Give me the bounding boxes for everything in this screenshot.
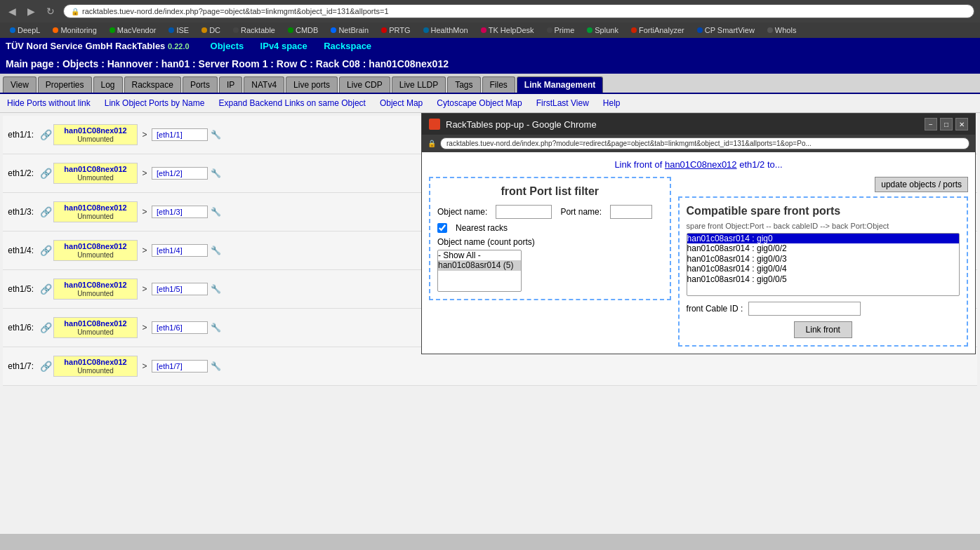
nav-rackspace[interactable]: Rackspace xyxy=(317,41,378,51)
tab-ip[interactable]: IP xyxy=(219,76,242,93)
port-bracket[interactable]: [eth1/1] xyxy=(152,128,208,141)
port-link-icon[interactable]: 🔗 xyxy=(38,283,53,295)
port-box[interactable]: han01C08nex012 Unmounted xyxy=(53,163,138,184)
port-wrench-icon[interactable]: 🔧 xyxy=(208,323,223,333)
port-link-icon[interactable]: 🔗 xyxy=(38,168,53,179)
object-count-select[interactable]: - Show All - han01c08asr014 (5) xyxy=(437,250,522,292)
port-link-icon[interactable]: 🔗 xyxy=(38,361,53,372)
url-bar[interactable]: 🔒 racktables.tuev-nord.de/index.php?page… xyxy=(63,4,974,18)
subnav-expand-backend[interactable]: Expand Backend Links on same Object xyxy=(218,98,365,108)
port-wrench-icon[interactable]: 🔧 xyxy=(208,207,223,217)
tab-ports[interactable]: Ports xyxy=(183,76,218,93)
cable-id-input[interactable] xyxy=(748,302,861,316)
bookmark-racktable[interactable]: Racktable xyxy=(229,25,279,36)
port-bracket[interactable]: [eth1/2] xyxy=(152,167,208,180)
compat-port-0: han01c08asr014 : gig0 xyxy=(687,234,959,243)
nav-ipv4[interactable]: IPv4 space xyxy=(253,41,314,51)
subnav-help[interactable]: Help xyxy=(603,98,621,108)
tab-files[interactable]: Files xyxy=(482,76,515,93)
bookmark-prtg[interactable]: PRTG xyxy=(377,25,414,36)
popup-url-text[interactable]: racktables.tuev-nord.de/index.php?module… xyxy=(440,138,969,149)
bookmark-icon xyxy=(631,27,637,33)
tab-linkmgmt[interactable]: Link Management xyxy=(517,76,603,93)
bookmark-label: Monitoring xyxy=(60,26,96,34)
update-btn[interactable]: update objects / ports xyxy=(875,177,968,192)
port-link-icon[interactable]: 🔗 xyxy=(38,206,53,217)
bookmark-tkhelpdesk[interactable]: TK HelpDesk xyxy=(477,25,538,36)
bookmark-macvendor[interactable]: MacVendor xyxy=(105,25,161,36)
bookmark-cpsmartview[interactable]: CP SmartView xyxy=(693,25,759,36)
nav-objects[interactable]: Objects xyxy=(204,41,251,51)
port-bracket[interactable]: [eth1/6] xyxy=(152,321,208,334)
compatible-ports-select[interactable]: han01c08asr014 : gig0 han01c08asr014 : g… xyxy=(687,233,960,296)
bookmark-icon xyxy=(423,27,429,33)
bookmark-netbrain[interactable]: NetBrain xyxy=(326,25,373,36)
bookmark-healthmon[interactable]: HealthMon xyxy=(419,25,472,36)
bookmark-whols[interactable]: Whols xyxy=(763,25,801,36)
port-bracket[interactable]: [eth1/4] xyxy=(152,244,208,257)
port-link-icon[interactable]: 🔗 xyxy=(38,245,53,256)
tab-rackspace[interactable]: Rackspace xyxy=(124,76,181,93)
bookmark-splunk[interactable]: Splunk xyxy=(583,25,623,36)
subnav-firstlast[interactable]: FirstLast View xyxy=(536,98,589,108)
port-wrench-icon[interactable]: 🔧 xyxy=(208,361,223,371)
tab-properties[interactable]: Properties xyxy=(38,76,92,93)
port-link-icon[interactable]: 🔗 xyxy=(38,129,53,140)
port-bracket[interactable]: [eth1/7] xyxy=(152,360,208,373)
nearest-racks-checkbox[interactable] xyxy=(437,223,447,233)
tabs-bar: View Properties Log Rackspace Ports IP N… xyxy=(0,74,980,94)
tab-tags[interactable]: Tags xyxy=(447,76,480,93)
port-box[interactable]: han01C08nex012 Unmounted xyxy=(53,124,138,145)
bookmark-icon xyxy=(547,27,552,33)
port-bracket[interactable]: [eth1/3] xyxy=(152,206,208,218)
bookmark-fortianalyzer[interactable]: FortiAnalyzer xyxy=(627,25,689,36)
popup-close-button[interactable]: ✕ xyxy=(955,118,968,130)
port-wrench-icon[interactable]: 🔧 xyxy=(208,284,223,294)
tab-natv4[interactable]: NATv4 xyxy=(244,76,284,93)
port-box[interactable]: han01C08nex012 Unmounted xyxy=(53,240,138,261)
port-id: eth1/2: xyxy=(3,168,38,178)
bookmark-ise[interactable]: ISE xyxy=(164,25,193,36)
port-box-name: han01C08nex012 xyxy=(57,281,134,289)
refresh-button[interactable]: ↻ xyxy=(44,4,58,18)
subnav-hide-ports[interactable]: Hide Ports without link xyxy=(7,98,91,108)
tab-liveports[interactable]: Live ports xyxy=(286,76,338,93)
port-box[interactable]: han01C08nex012 Unmounted xyxy=(53,279,138,300)
select-option-showall: - Show All - xyxy=(438,250,521,260)
link-front-button[interactable]: Link front xyxy=(794,321,852,338)
subnav-link-ports[interactable]: Link Object Ports by Name xyxy=(105,98,205,108)
port-link-icon[interactable]: 🔗 xyxy=(38,322,53,333)
popup-maximize-button[interactable]: □ xyxy=(940,118,953,130)
tab-livecdp[interactable]: Live CDP xyxy=(339,76,390,93)
bookmark-cmdb[interactable]: CMDB xyxy=(284,25,322,36)
tab-view[interactable]: View xyxy=(3,76,37,93)
subnav-cytoscape[interactable]: Cytoscape Object Map xyxy=(437,98,522,108)
popup-object-link[interactable]: han01C08nex012 xyxy=(665,159,737,170)
port-box[interactable]: han01C08nex012 Unmounted xyxy=(53,317,138,338)
port-wrench-icon[interactable]: 🔧 xyxy=(208,168,223,178)
forward-button[interactable]: ▶ xyxy=(25,4,38,18)
bookmark-icon xyxy=(381,27,387,33)
popup-minimize-button[interactable]: − xyxy=(925,118,937,130)
bookmark-deepl[interactable]: DeepL xyxy=(6,25,44,36)
tab-livelldp[interactable]: Live LLDP xyxy=(392,76,446,93)
port-wrench-icon[interactable]: 🔧 xyxy=(208,246,223,255)
subnav-object-map[interactable]: Object Map xyxy=(380,98,423,108)
port-box[interactable]: han01C08nex012 Unmounted xyxy=(53,201,138,222)
popup-urlbar: 🔒 racktables.tuev-nord.de/index.php?modu… xyxy=(422,135,975,152)
nearest-racks-label: Nearest racks xyxy=(456,223,508,233)
port-box-status: Unmounted xyxy=(77,328,114,336)
back-button[interactable]: ◀ xyxy=(6,4,19,18)
bookmark-icon xyxy=(767,27,773,33)
bookmark-monitoring[interactable]: Monitoring xyxy=(48,25,100,36)
port-box[interactable]: han01C08nex012 Unmounted xyxy=(53,356,138,377)
port-id: eth1/6: xyxy=(3,323,38,333)
tab-log[interactable]: Log xyxy=(93,76,123,93)
port-name-input[interactable] xyxy=(610,205,652,219)
bookmark-prime[interactable]: Prime xyxy=(543,25,579,36)
bookmark-dc[interactable]: DC xyxy=(197,25,225,36)
object-count-label: Object name (count ports) xyxy=(437,237,535,247)
object-name-input[interactable] xyxy=(496,205,552,219)
port-bracket[interactable]: [eth1/5] xyxy=(152,283,208,295)
port-wrench-icon[interactable]: 🔧 xyxy=(208,130,223,140)
